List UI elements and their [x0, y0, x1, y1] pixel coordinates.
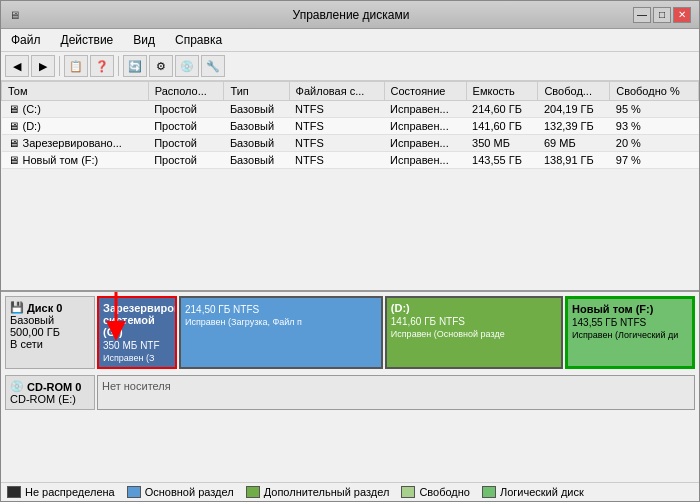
properties-button[interactable]: 📋 [64, 55, 88, 77]
cdrom-no-media: Нет носителя [102, 380, 171, 392]
cdrom-label: 💿 CD-ROM 0 CD-ROM (E:) [5, 375, 95, 410]
window-controls: — □ ✕ [633, 7, 691, 23]
legend-free-box [401, 486, 415, 498]
col-capacity: Емкость [466, 82, 538, 101]
legend-primary-box [127, 486, 141, 498]
col-status: Состояние [384, 82, 466, 101]
cell-0-2: Базовый [224, 101, 289, 118]
disk-table[interactable]: Том Располо... Тип Файловая с... Состоян… [1, 81, 699, 292]
partition-d[interactable]: (D:) 141,60 ГБ NTFS Исправен (Основной р… [385, 296, 563, 369]
c-size: 214,50 ГБ NTFS [185, 304, 377, 315]
cell-1-7: 93 % [610, 118, 699, 135]
new-status: Исправен (Логический ди [572, 330, 688, 340]
table-header-row: Том Располо... Тип Файловая с... Состоян… [2, 82, 699, 101]
main-content: Том Располо... Тип Файловая с... Состоян… [1, 81, 699, 501]
menu-view[interactable]: Вид [127, 31, 161, 49]
cell-3-6: 138,91 ГБ [538, 152, 610, 169]
cell-0-1: Простой [148, 101, 224, 118]
disk-0-row: 💾 Диск 0 Базовый 500,00 ГБ В сети Зарезе… [5, 296, 695, 369]
cell-3-1: Простой [148, 152, 224, 169]
d-name: (D:) [391, 302, 557, 314]
red-arrow-icon [101, 292, 131, 346]
cell-3-7: 97 % [610, 152, 699, 169]
legend: Не распределена Основной раздел Дополнит… [1, 482, 699, 501]
close-button[interactable]: ✕ [673, 7, 691, 23]
table-row[interactable]: 🖥Новый том (F:)ПростойБазовыйNTFSИсправе… [2, 152, 699, 169]
cell-3-3: NTFS [289, 152, 384, 169]
cell-2-7: 20 % [610, 135, 699, 152]
cell-1-0: 🖥(D:) [2, 118, 149, 135]
partition-new[interactable]: Новый том (F:) 143,55 ГБ NTFS Исправен (… [565, 296, 695, 369]
refresh-button[interactable]: 🔄 [123, 55, 147, 77]
disk-0-type: Базовый [10, 314, 90, 326]
disk-0-label: 💾 Диск 0 Базовый 500,00 ГБ В сети [5, 296, 95, 369]
tools-button[interactable]: 🔧 [201, 55, 225, 77]
main-window: 🖥 Управление дисками — □ ✕ Файл Действие… [0, 0, 700, 502]
window-title: Управление дисками [69, 8, 633, 22]
menu-file[interactable]: Файл [5, 31, 47, 49]
menu-action[interactable]: Действие [55, 31, 120, 49]
cell-0-4: Исправен... [384, 101, 466, 118]
disk-map[interactable]: 💾 Диск 0 Базовый 500,00 ГБ В сети Зарезе… [1, 292, 699, 482]
cell-2-1: Простой [148, 135, 224, 152]
minimize-button[interactable]: — [633, 7, 651, 23]
col-tom: Том [2, 82, 149, 101]
legend-logical-box [482, 486, 496, 498]
reserved-status: Исправен (З [103, 353, 171, 363]
partition-c[interactable]: 214,50 ГБ NTFS Исправен (Загрузка, Файл … [179, 296, 383, 369]
cell-3-0: 🖥Новый том (F:) [2, 152, 149, 169]
disk-0-status: В сети [10, 338, 90, 350]
cell-2-6: 69 МБ [538, 135, 610, 152]
cell-1-1: Простой [148, 118, 224, 135]
cell-2-2: Базовый [224, 135, 289, 152]
cdrom-row: 💿 CD-ROM 0 CD-ROM (E:) Нет носителя [5, 375, 695, 410]
disk-icon: 💾 [10, 301, 24, 314]
legend-free-label: Свободно [419, 486, 470, 498]
col-free: Свобод... [538, 82, 610, 101]
disk-0-partitions: Зарезервировано системой (G:) 350 МБ NTF… [97, 296, 695, 369]
volumes-table: Том Располо... Тип Файловая с... Состоян… [1, 81, 699, 169]
cell-0-6: 204,19 ГБ [538, 101, 610, 118]
col-filesystem: Файловая с... [289, 82, 384, 101]
legend-extended-label: Дополнительный раздел [264, 486, 390, 498]
disk-button[interactable]: 💿 [175, 55, 199, 77]
maximize-button[interactable]: □ [653, 7, 671, 23]
cdrom-name: CD-ROM 0 [27, 381, 81, 393]
legend-extended-box [246, 486, 260, 498]
col-type: Тип [224, 82, 289, 101]
cell-3-4: Исправен... [384, 152, 466, 169]
cell-0-5: 214,60 ГБ [466, 101, 538, 118]
new-name: Новый том (F:) [572, 303, 688, 315]
cdrom-drive-letter: CD-ROM (E:) [10, 393, 90, 405]
legend-unallocated-label: Не распределена [25, 486, 115, 498]
legend-free: Свободно [401, 486, 470, 498]
settings-button[interactable]: ⚙ [149, 55, 173, 77]
cell-2-4: Исправен... [384, 135, 466, 152]
cell-3-5: 143,55 ГБ [466, 152, 538, 169]
toolbar: ◀ ▶ 📋 ❓ 🔄 ⚙ 💿 🔧 [1, 52, 699, 81]
new-size: 143,55 ГБ NTFS [572, 317, 688, 328]
disk-0-name: Диск 0 [27, 302, 62, 314]
forward-button[interactable]: ▶ [31, 55, 55, 77]
cell-1-6: 132,39 ГБ [538, 118, 610, 135]
table-row[interactable]: 🖥(C:)ПростойБазовыйNTFSИсправен...214,60… [2, 101, 699, 118]
legend-unallocated: Не распределена [7, 486, 115, 498]
legend-unallocated-box [7, 486, 21, 498]
cell-0-7: 95 % [610, 101, 699, 118]
legend-extended: Дополнительный раздел [246, 486, 390, 498]
c-status: Исправен (Загрузка, Файл п [185, 317, 377, 327]
legend-primary-label: Основной раздел [145, 486, 234, 498]
table-row[interactable]: 🖥Зарезервировано...ПростойБазовыйNTFSИсп… [2, 135, 699, 152]
table-row[interactable]: 🖥(D:)ПростойБазовыйNTFSИсправен...141,60… [2, 118, 699, 135]
menu-help[interactable]: Справка [169, 31, 228, 49]
cell-1-4: Исправен... [384, 118, 466, 135]
menu-bar: Файл Действие Вид Справка [1, 29, 699, 52]
col-raspolozhenie: Располо... [148, 82, 224, 101]
disk-0-size: 500,00 ГБ [10, 326, 90, 338]
back-button[interactable]: ◀ [5, 55, 29, 77]
legend-primary: Основной раздел [127, 486, 234, 498]
cell-2-0: 🖥Зарезервировано... [2, 135, 149, 152]
help-button[interactable]: ❓ [90, 55, 114, 77]
legend-logical-label: Логический диск [500, 486, 584, 498]
cell-2-3: NTFS [289, 135, 384, 152]
